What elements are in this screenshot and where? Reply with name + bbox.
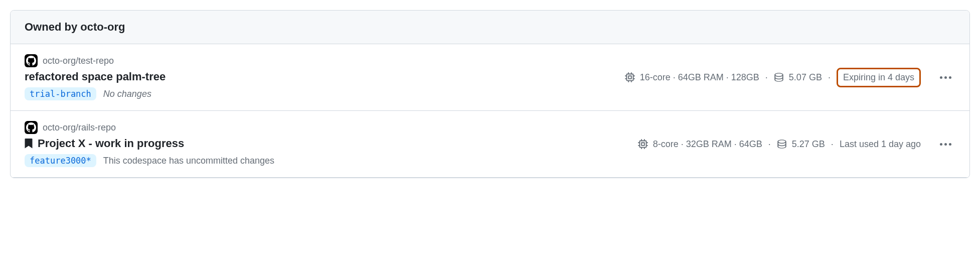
disk-usage: 5.07 GB (789, 72, 822, 83)
database-icon (777, 139, 787, 149)
branch-tag[interactable]: trial-branch (25, 87, 96, 100)
status-label: Expiring in 4 days (837, 68, 921, 87)
branch-line: feature3000* This codespace has uncommit… (25, 154, 628, 167)
repo-line: octo-org/test-repo (25, 54, 615, 67)
panel-header: Owned by octo-org (11, 11, 969, 44)
machine-spec: 16-core · 64GB RAM · 128GB (640, 72, 759, 83)
bookmark-icon (25, 139, 33, 149)
repo-line: octo-org/rails-repo (25, 121, 628, 134)
codespace-info: octo-org/test-repo refactored space palm… (25, 54, 615, 100)
cpu-icon (625, 72, 635, 82)
repo-link[interactable]: octo-org/test-repo (43, 56, 114, 66)
database-icon (774, 72, 784, 82)
codespaces-panel: Owned by octo-org octo-org/test-repo ref… (10, 10, 970, 178)
codespace-name-link[interactable]: refactored space palm-tree (25, 70, 166, 83)
codespace-row: octo-org/test-repo refactored space palm… (11, 44, 969, 111)
github-icon (25, 121, 38, 134)
branch-tag[interactable]: feature3000* (25, 154, 96, 167)
codespace-info: octo-org/rails-repo Project X - work in … (25, 121, 628, 167)
codespace-name-line: Project X - work in progress (25, 137, 628, 150)
codespace-meta: 8-core · 32GB RAM · 64GB · 5.27 GB · Las… (638, 139, 955, 150)
kebab-menu-button[interactable] (936, 139, 955, 150)
disk-usage: 5.27 GB (792, 139, 825, 150)
separator: · (830, 139, 835, 150)
repo-link[interactable]: octo-org/rails-repo (43, 122, 116, 133)
machine-spec: 8-core · 32GB RAM · 64GB (653, 139, 762, 150)
separator: · (767, 139, 772, 150)
panel-title: Owned by octo-org (25, 21, 955, 34)
kebab-menu-button[interactable] (936, 72, 955, 83)
change-status: No changes (103, 89, 151, 99)
separator: · (827, 72, 832, 83)
change-status: This codespace has uncommitted changes (103, 156, 274, 166)
github-icon (25, 54, 38, 67)
branch-line: trial-branch No changes (25, 87, 615, 100)
codespace-meta: 16-core · 64GB RAM · 128GB · 5.07 GB · E… (625, 68, 955, 87)
separator: · (764, 72, 769, 83)
cpu-icon (638, 139, 648, 149)
codespace-name-link[interactable]: Project X - work in progress (38, 137, 184, 150)
codespace-name-line: refactored space palm-tree (25, 70, 615, 83)
status-label: Last used 1 day ago (840, 139, 921, 150)
codespace-row: octo-org/rails-repo Project X - work in … (11, 111, 969, 178)
